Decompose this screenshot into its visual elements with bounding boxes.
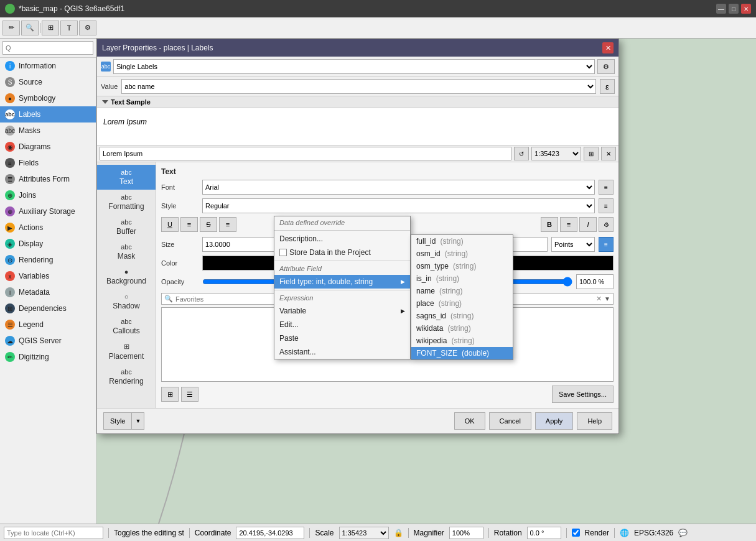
submenu-item-name[interactable]: name (string)	[411, 285, 513, 297]
sidebar-item-metadata[interactable]: i Metadata	[0, 284, 96, 300]
formatting-override-button[interactable]: ⚙	[599, 217, 614, 232]
sidebar-item-actions[interactable]: ▶ Actions	[0, 220, 96, 236]
locate-input[interactable]	[4, 527, 103, 539]
menu-item-edit[interactable]: Edit...	[274, 318, 410, 331]
sidebar-item-source[interactable]: S Source	[0, 74, 96, 90]
nav-item-text[interactable]: abc Text	[97, 165, 156, 190]
sidebar-item-auxiliary-storage[interactable]: ⊗ Auxiliary Storage	[0, 203, 96, 220]
apply-button[interactable]: Apply	[535, 412, 574, 430]
font-select[interactable]: Arial	[202, 180, 595, 195]
nav-item-mask[interactable]: abc Mask	[97, 239, 156, 264]
menu-item-description[interactable]: Description...	[274, 232, 410, 246]
submenu-item-osm_type[interactable]: osm_type (string)	[411, 260, 513, 272]
sample-btn-1[interactable]: ⊞	[584, 147, 599, 160]
sample-scale-select[interactable]: 1:35423	[531, 147, 581, 160]
style-button[interactable]: Style	[103, 412, 132, 430]
toolbar-btn-3[interactable]: ⊞	[42, 21, 59, 35]
style-select[interactable]: Regular	[202, 198, 595, 213]
sidebar-item-rendering[interactable]: ⊙ Rendering	[0, 252, 96, 268]
list-view-button[interactable]: ☰	[181, 387, 198, 402]
maximize-button[interactable]: □	[729, 4, 739, 14]
label-settings-button[interactable]: ⚙	[597, 59, 615, 74]
submenu-item-full_id[interactable]: full_id (string)	[411, 235, 513, 247]
sidebar-item-masks[interactable]: abc Masks	[0, 123, 96, 139]
font-override-button[interactable]: ≡	[599, 180, 614, 195]
epsilon-button[interactable]: ε	[600, 79, 615, 94]
text-sample-header[interactable]: Text Sample	[97, 96, 618, 108]
favorites-clear-button[interactable]: ✕	[596, 295, 602, 303]
sidebar-item-symbology[interactable]: ● Symbology	[0, 90, 96, 106]
toolbar-btn-2[interactable]: 🔍	[21, 21, 39, 35]
dialog-close-button[interactable]: ✕	[602, 42, 614, 53]
magnifier-input[interactable]	[449, 527, 483, 539]
sidebar-item-dependencies[interactable]: ⊞ Dependencies	[0, 300, 96, 317]
help-button[interactable]: Help	[577, 412, 612, 430]
toolbar-btn-4[interactable]: T	[60, 21, 78, 35]
nav-item-rendering[interactable]: abc Rendering	[97, 364, 156, 389]
value-field-select[interactable]: abc name	[121, 79, 596, 94]
sidebar-item-attributes-form[interactable]: ≣ Attributes Form	[0, 171, 96, 187]
store-in-project-checkbox[interactable]	[279, 249, 287, 256]
bold-button[interactable]: B	[541, 217, 558, 232]
submenu-item-wikipedia[interactable]: wikipedia (string)	[411, 335, 513, 347]
toolbar-btn-5[interactable]: ⚙	[79, 21, 96, 35]
nav-item-placement[interactable]: ⊞ Placement	[97, 339, 156, 364]
size-unit-select[interactable]: Points	[551, 237, 595, 252]
sidebar-item-diagrams[interactable]: ◉ Diagrams	[0, 139, 96, 155]
submenu-item-is_in[interactable]: is_in (string)	[411, 272, 513, 285]
nav-item-background[interactable]: ● Background	[97, 264, 156, 289]
ok-button[interactable]: OK	[454, 412, 485, 430]
nav-item-shadow[interactable]: ○ Shadow	[97, 289, 156, 314]
submenu-item-wikidata[interactable]: wikidata (string)	[411, 322, 513, 335]
sidebar-search-input[interactable]	[2, 41, 93, 55]
align-left-button[interactable]: ≡	[180, 217, 198, 232]
nav-item-buffer[interactable]: abc Buffer	[97, 215, 156, 239]
menu-item-field-type[interactable]: Field type: int, double, string ▶	[274, 275, 410, 289]
favorites-dropdown-button[interactable]: ▼	[604, 295, 610, 302]
sample-btn-2[interactable]: ✕	[601, 147, 616, 160]
align-center-button[interactable]: ≡	[560, 217, 577, 232]
strikethrough-button[interactable]: S	[200, 217, 217, 232]
sample-refresh-button[interactable]: ↺	[514, 147, 529, 160]
label-type-select[interactable]: Single Labels	[113, 59, 595, 74]
size-override-button[interactable]: ≡	[599, 237, 614, 252]
coordinate-input[interactable]	[236, 527, 304, 539]
underline-button[interactable]: U	[161, 217, 179, 232]
opacity-input[interactable]	[576, 274, 614, 289]
sidebar-label-auxiliary-storage: Auxiliary Storage	[19, 207, 75, 216]
menu-item-variable[interactable]: Variable ▶	[274, 304, 410, 318]
align-right-button[interactable]: ≡	[219, 217, 236, 232]
sidebar-item-display[interactable]: ◈ Display	[0, 236, 96, 252]
grid-view-button[interactable]: ⊞	[161, 387, 179, 402]
sidebar-item-legend[interactable]: ☰ Legend	[0, 317, 96, 333]
menu-item-paste[interactable]: Paste	[274, 331, 410, 345]
minimize-button[interactable]: —	[716, 4, 726, 14]
submenu-item-place[interactable]: place (string)	[411, 297, 513, 310]
sidebar-item-qgis-server[interactable]: ☁ QGIS Server	[0, 333, 96, 349]
style-dropdown-button[interactable]: ▼	[132, 412, 144, 430]
submenu-item-osm_id[interactable]: osm_id (string)	[411, 247, 513, 260]
scale-status-select[interactable]: 1:35423	[339, 527, 389, 539]
submenu-item-FONT_SIZE[interactable]: FONT_SIZE (double)	[411, 347, 513, 359]
style-override-button[interactable]: ≡	[599, 198, 614, 213]
sidebar-item-information[interactable]: i Information	[0, 58, 96, 74]
save-settings-button[interactable]: Save Settings...	[552, 386, 614, 403]
cancel-button[interactable]: Cancel	[489, 412, 531, 430]
nav-item-formatting[interactable]: abc Formatting	[97, 190, 156, 215]
close-app-button[interactable]: ✕	[741, 4, 751, 14]
submenu-item-sagns_id[interactable]: sagns_id (string)	[411, 310, 513, 322]
menu-item-assistant[interactable]: Assistant...	[274, 345, 410, 359]
sidebar-item-variables[interactable]: x Variables	[0, 268, 96, 284]
nav-item-callouts[interactable]: abc Callouts	[97, 314, 156, 339]
sidebar-item-fields[interactable]: ≡ Fields	[0, 155, 96, 171]
map-area[interactable]: agsrivier Layer Properties - places | La…	[96, 39, 756, 524]
sidebar-item-labels[interactable]: abc Labels	[0, 106, 96, 123]
menu-item-store-in-project[interactable]: Store Data in the Project	[274, 246, 410, 259]
rotation-input[interactable]	[527, 527, 561, 539]
italic-button[interactable]: I	[579, 217, 597, 232]
sidebar-item-joins[interactable]: ⊕ Joins	[0, 187, 96, 203]
toolbar-btn-1[interactable]: ✏	[2, 21, 20, 35]
sidebar-item-digitizing[interactable]: ✏ Digitizing	[0, 349, 96, 365]
render-checkbox[interactable]	[572, 529, 580, 537]
sample-text-input[interactable]	[100, 147, 511, 160]
